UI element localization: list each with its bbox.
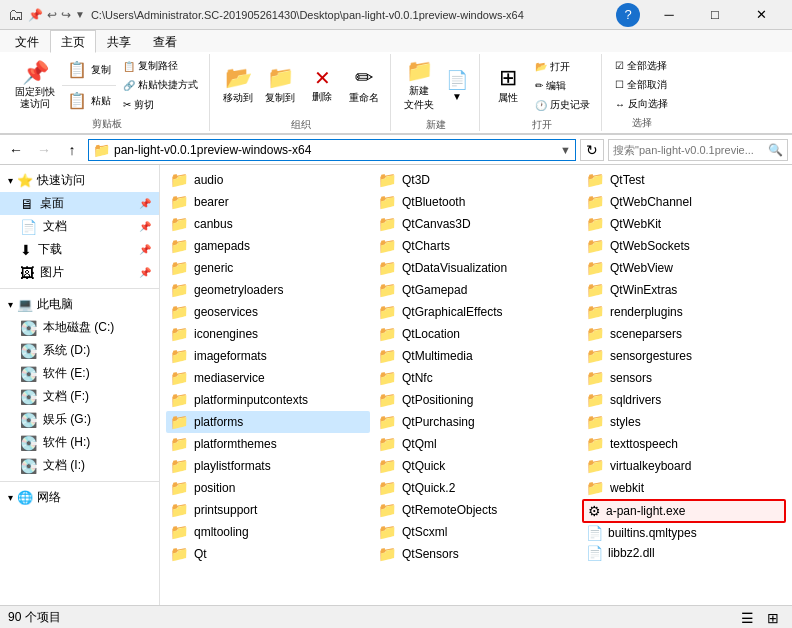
list-item[interactable]: 📁QtGamepad xyxy=(374,279,578,301)
selectall-button[interactable]: ☑ 全部选择 xyxy=(610,57,673,75)
refresh-button[interactable]: ↻ xyxy=(580,139,604,161)
list-item[interactable]: 📁webkit xyxy=(582,477,786,499)
list-item[interactable]: 📁QtCharts xyxy=(374,235,578,257)
list-item[interactable]: 📁styles xyxy=(582,411,786,433)
list-item[interactable]: 📁sceneparsers xyxy=(582,323,786,345)
pin-button[interactable]: 📌 固定到快速访问 xyxy=(10,57,60,115)
list-item[interactable]: 📁virtualkeyboard xyxy=(582,455,786,477)
copyto-button[interactable]: 📁 复制到 xyxy=(260,56,300,116)
details-view-button[interactable]: ⊞ xyxy=(762,607,784,629)
move-button[interactable]: 📂 移动到 xyxy=(218,56,258,116)
list-item[interactable]: 📁texttospeech xyxy=(582,433,786,455)
list-item[interactable]: 📁QtPurchasing xyxy=(374,411,578,433)
list-item[interactable]: 📁mediaservice xyxy=(166,367,370,389)
list-item[interactable]: 📁qmltooling xyxy=(166,521,370,543)
rename-button[interactable]: ✏ 重命名 xyxy=(344,56,384,116)
sidebar-item-downloads[interactable]: ⬇ 下载 📌 xyxy=(0,238,159,261)
sidebar-thispc-header[interactable]: ▾ 💻 此电脑 xyxy=(0,293,159,316)
up-button[interactable]: ↑ xyxy=(60,138,84,162)
list-item[interactable]: 📁Qt xyxy=(166,543,370,565)
maximize-button[interactable]: □ xyxy=(692,0,738,30)
list-item[interactable]: 📁QtWebKit xyxy=(582,213,786,235)
list-item[interactable]: 📄 builtins.qmltypes xyxy=(582,523,786,543)
list-item[interactable]: 📁QtScxml xyxy=(374,521,578,543)
list-item[interactable]: 📁QtQuick.2 xyxy=(374,477,578,499)
list-item[interactable]: 📁canbus xyxy=(166,213,370,235)
newitem-button[interactable]: 📄 ▼ xyxy=(441,56,473,116)
list-item[interactable]: 📁QtNfc xyxy=(374,367,578,389)
tab-view[interactable]: 查看 xyxy=(142,30,188,52)
sidebar-network-header[interactable]: ▾ 🌐 网络 xyxy=(0,486,159,509)
list-item[interactable]: 📁QtWebSockets xyxy=(582,235,786,257)
list-item[interactable]: 📁Qt3D xyxy=(374,169,578,191)
list-item[interactable]: 📁QtDataVisualization xyxy=(374,257,578,279)
list-item[interactable]: 📁geoservices xyxy=(166,301,370,323)
list-item[interactable]: 📁geometryloaders xyxy=(166,279,370,301)
list-item[interactable]: 📁QtMultimedia xyxy=(374,345,578,367)
list-item-exe[interactable]: ⚙ a-pan-light.exe xyxy=(582,499,786,523)
shortcut-button[interactable]: 🔗 粘贴快捷方式 xyxy=(118,76,203,94)
list-item-platforms[interactable]: 📁platforms xyxy=(166,411,370,433)
list-item[interactable]: 📁generic xyxy=(166,257,370,279)
list-item[interactable]: 📁QtQml xyxy=(374,433,578,455)
invertselect-button[interactable]: ↔ 反向选择 xyxy=(610,95,673,113)
edit-button[interactable]: ✏ 编辑 xyxy=(530,77,595,95)
list-item[interactable]: 📁bearer xyxy=(166,191,370,213)
paste-button[interactable]: 📋 粘贴 xyxy=(62,87,116,115)
search-input[interactable] xyxy=(613,144,766,156)
close-button[interactable]: ✕ xyxy=(738,0,784,30)
sidebar-item-c[interactable]: 💽 本地磁盘 (C:) xyxy=(0,316,159,339)
list-item[interactable]: 📁QtSensors xyxy=(374,543,578,565)
selectnone-button[interactable]: ☐ 全部取消 xyxy=(610,76,673,94)
list-item[interactable]: 📁sensorgestures xyxy=(582,345,786,367)
forward-button[interactable]: → xyxy=(32,138,56,162)
list-item[interactable]: 📁imageformats xyxy=(166,345,370,367)
list-item[interactable]: 📁QtPositioning xyxy=(374,389,578,411)
sidebar-quickaccess-header[interactable]: ▾ ⭐ 快速访问 xyxy=(0,169,159,192)
sidebar-item-documents[interactable]: 📄 文档 📌 xyxy=(0,215,159,238)
newfolder-button[interactable]: 📁 新建文件夹 xyxy=(399,56,439,116)
list-item[interactable]: 📁printsupport xyxy=(166,499,370,521)
list-item[interactable]: 📁platforminputcontexts xyxy=(166,389,370,411)
help-button[interactable]: ? xyxy=(616,3,640,27)
sidebar-item-g[interactable]: 💽 娱乐 (G:) xyxy=(0,408,159,431)
list-item[interactable]: 📁QtTest xyxy=(582,169,786,191)
minimize-button[interactable]: ─ xyxy=(646,0,692,30)
list-item[interactable]: 📁iconengines xyxy=(166,323,370,345)
tab-file[interactable]: 文件 xyxy=(4,30,50,52)
list-item[interactable]: 📁platformthemes xyxy=(166,433,370,455)
list-view-button[interactable]: ☰ xyxy=(736,607,758,629)
list-item[interactable]: 📁sqldrivers xyxy=(582,389,786,411)
list-item[interactable]: 📁QtWebView xyxy=(582,257,786,279)
copypath-button[interactable]: 📋 复制路径 xyxy=(118,57,203,75)
tab-share[interactable]: 共享 xyxy=(96,30,142,52)
list-item[interactable]: 📁renderplugins xyxy=(582,301,786,323)
list-item[interactable]: 📁QtQuick xyxy=(374,455,578,477)
list-item[interactable]: 📁gamepads xyxy=(166,235,370,257)
delete-button[interactable]: ✕ 删除 xyxy=(302,56,342,116)
open-button[interactable]: 📂 打开 xyxy=(530,58,595,76)
history-button[interactable]: 🕐 历史记录 xyxy=(530,96,595,114)
list-item[interactable]: 📁sensors xyxy=(582,367,786,389)
list-item[interactable]: 📁QtBluetooth xyxy=(374,191,578,213)
sidebar-item-i[interactable]: 💽 文档 (I:) xyxy=(0,454,159,477)
sidebar-item-desktop[interactable]: 🖥 桌面 📌 xyxy=(0,192,159,215)
list-item[interactable]: 📁QtRemoteObjects xyxy=(374,499,578,521)
sidebar-item-h[interactable]: 💽 软件 (H:) xyxy=(0,431,159,454)
list-item[interactable]: 📁playlistformats xyxy=(166,455,370,477)
list-item[interactable]: 📁QtWebChannel xyxy=(582,191,786,213)
list-item[interactable]: 📁QtWinExtras xyxy=(582,279,786,301)
sidebar-item-e[interactable]: 💽 软件 (E:) xyxy=(0,362,159,385)
list-item[interactable]: 📄 libbz2.dll xyxy=(582,543,786,563)
list-item[interactable]: 📁position xyxy=(166,477,370,499)
list-item[interactable]: 📁QtCanvas3D xyxy=(374,213,578,235)
properties-button[interactable]: ⊞ 属性 xyxy=(488,56,528,116)
copy-button[interactable]: 📋 复制 xyxy=(62,56,116,84)
sidebar-item-f[interactable]: 💽 文档 (F:) xyxy=(0,385,159,408)
list-item[interactable]: 📁QtLocation xyxy=(374,323,578,345)
sidebar-item-pictures[interactable]: 🖼 图片 📌 xyxy=(0,261,159,284)
list-item[interactable]: 📁audio xyxy=(166,169,370,191)
cut-button[interactable]: ✂ 剪切 xyxy=(118,96,203,114)
sidebar-item-d[interactable]: 💽 系统 (D:) xyxy=(0,339,159,362)
list-item[interactable]: 📁QtGraphicalEffects xyxy=(374,301,578,323)
